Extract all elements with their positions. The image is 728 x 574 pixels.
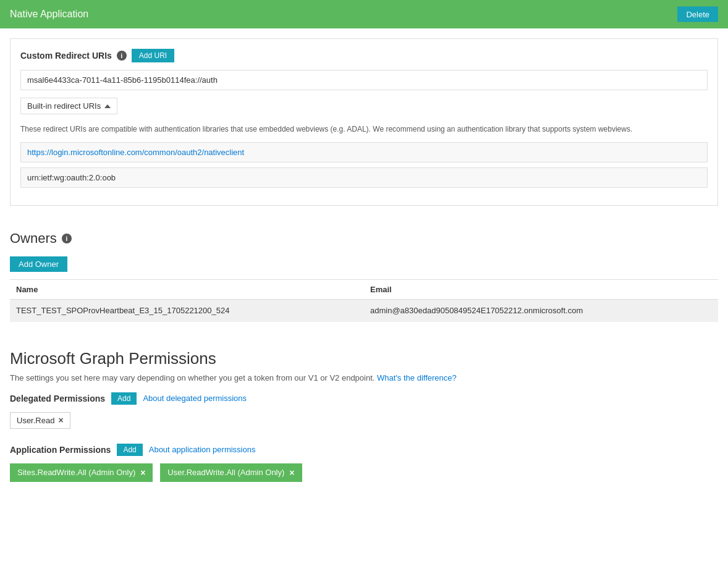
chevron-up-icon bbox=[104, 104, 111, 108]
app-tag-remove-0[interactable]: × bbox=[140, 468, 145, 478]
builtin-uri-1: https://login.microsoftonline.com/common… bbox=[20, 142, 708, 162]
builtin-note: These redirect URIs are compatible with … bbox=[20, 124, 708, 135]
col-email: Email bbox=[364, 279, 718, 299]
app-tag-label-1: User.ReadWrite.All (Admin Only) bbox=[167, 468, 284, 477]
about-application-link[interactable]: About application permissions bbox=[149, 445, 256, 454]
builtin-label: Built-in redirect URIs bbox=[27, 101, 101, 111]
add-application-button[interactable]: Add bbox=[117, 444, 142, 456]
permissions-note: The settings you set here may vary depen… bbox=[10, 373, 718, 382]
add-uri-button[interactable]: Add URI bbox=[132, 49, 174, 62]
app-tag-0: Sites.ReadWrite.All (Admin Only) × bbox=[10, 463, 153, 482]
app-tag-label-0: Sites.ReadWrite.All (Admin Only) bbox=[17, 468, 135, 477]
about-delegated-link[interactable]: About delegated permissions bbox=[143, 394, 247, 403]
delegated-tags-container: User.Read × bbox=[10, 412, 718, 434]
owners-title: Owners i bbox=[10, 230, 718, 247]
owners-info-icon: i bbox=[62, 234, 72, 243]
delegated-tag-0: User.Read × bbox=[10, 412, 70, 429]
custom-uri-value: msal6e4433ca-7011-4a11-85b6-1195b0114fea… bbox=[20, 70, 708, 90]
owners-table: Name Email TEST_TEST_SPOProvHeartbeat_E3… bbox=[10, 279, 718, 322]
redirect-section-title: Custom Redirect URIs bbox=[20, 51, 112, 61]
owner-email: admin@a830edad9050849524E17052212.onmicr… bbox=[364, 299, 718, 321]
app-tag-remove-1[interactable]: × bbox=[289, 468, 294, 478]
owners-table-header-row: Name Email bbox=[10, 279, 718, 299]
permissions-section: Microsoft Graph Permissions The settings… bbox=[0, 334, 728, 499]
app-header: Native Application Delete bbox=[0, 0, 728, 28]
redirect-info-icon: i bbox=[117, 51, 127, 61]
col-name: Name bbox=[10, 279, 364, 299]
owner-name: TEST_TEST_SPOProvHeartbeat_E3_15_1705221… bbox=[10, 299, 364, 321]
builtin-uri-2: urn:ietf:wg:oauth:2.0:oob bbox=[20, 167, 708, 188]
redirect-uris-section: Custom Redirect URIs i Add URI msal6e443… bbox=[10, 38, 718, 206]
add-owner-button[interactable]: Add Owner bbox=[10, 256, 67, 272]
table-row: TEST_TEST_SPOProvHeartbeat_E3_15_1705221… bbox=[10, 299, 718, 321]
application-tags-container: Sites.ReadWrite.All (Admin Only) × User.… bbox=[10, 463, 718, 487]
redirect-header: Custom Redirect URIs i Add URI bbox=[20, 49, 708, 62]
app-title: Native Application bbox=[10, 9, 88, 20]
builtin-redirect-toggle[interactable]: Built-in redirect URIs bbox=[20, 98, 117, 114]
permissions-title: Microsoft Graph Permissions bbox=[10, 349, 718, 368]
delegated-label: Delegated Permissions bbox=[10, 394, 105, 403]
app-tag-1: User.ReadWrite.All (Admin Only) × bbox=[160, 463, 302, 482]
delegated-header: Delegated Permissions Add About delegate… bbox=[10, 392, 718, 405]
app-permissions-header: Application Permissions Add About applic… bbox=[10, 444, 718, 456]
delegated-tag-label-0: User.Read bbox=[17, 416, 54, 425]
app-permissions-label: Application Permissions bbox=[10, 445, 111, 455]
delete-button[interactable]: Delete bbox=[677, 7, 718, 22]
add-delegated-button[interactable]: Add bbox=[111, 392, 137, 405]
delegated-tag-remove-0[interactable]: × bbox=[58, 416, 63, 424]
whats-difference-link[interactable]: What's the difference? bbox=[377, 373, 457, 382]
owners-section: Owners i Add Owner Name Email TEST_TEST_… bbox=[0, 216, 728, 334]
